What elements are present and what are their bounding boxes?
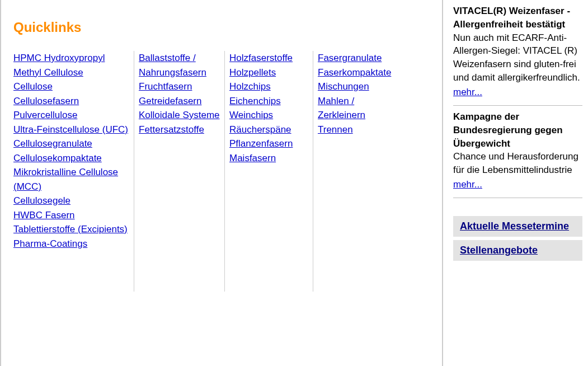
quicklink-item[interactable]: Ultra-Feinstcellulose (UFC) [13,124,128,135]
box-link-anchor[interactable]: Aktuelle Messetermine [460,220,569,232]
quicklinks-title: Quicklinks [13,20,442,35]
news-item: Kampagne der Bundesregierung gegen Überg… [453,106,582,198]
quicklink-item[interactable]: Fasergranulate [318,53,382,63]
news-body: Chance und Herausforderung für die Leben… [453,150,582,177]
quicklink-item[interactable]: Pharma-Coatings [13,238,87,249]
news-title: VITACEL(R) Weizenfaser - Allergenfreihei… [453,4,582,31]
quicklinks-col-3: HolzfaserstoffeHolzpelletsHolzchipsEiche… [225,51,313,292]
quicklink-item[interactable]: Cellulosegranulate [13,138,92,149]
quicklink-item[interactable]: Fruchtfasern [139,81,192,92]
quicklink-item[interactable]: Mahlen / Zerkleinern [318,96,365,121]
news-title: Kampagne der Bundesregierung gegen Überg… [453,110,582,150]
quicklink-item[interactable]: Fettersatzstoffe [139,124,204,135]
quicklinks-col-4: FasergranulateFaserkompaktateMischungenM… [313,51,408,292]
news-list: VITACEL(R) Weizenfaser - Allergenfreihei… [453,0,582,198]
quicklink-item[interactable]: Weinchips [229,110,273,120]
news-more-link[interactable]: mehr... [453,179,482,190]
quicklinks-columns: HPMC Hydroxypropyl Methyl CelluloseCellu… [12,51,442,292]
quicklink-item[interactable]: Maisfasern [229,153,276,163]
quicklink-item[interactable]: HWBC Fasern [13,210,75,220]
quicklink-item[interactable]: Cellulosefasern [13,96,79,106]
quicklink-item[interactable]: Eichenchips [229,96,281,106]
quicklink-item[interactable]: Pulvercellulose [13,110,77,120]
news-item: VITACEL(R) Weizenfaser - Allergenfreihei… [453,0,582,106]
quicklink-item[interactable]: Holzchips [229,81,271,92]
box-link: Stellenangebote [453,240,582,261]
quicklink-item[interactable]: Holzfaserstoffe [229,53,293,63]
quicklink-item[interactable]: Pflanzenfasern [229,138,293,149]
quicklink-item[interactable]: Tablettierstoffe (Excipients) [13,224,128,234]
box-link-anchor[interactable]: Stellenangebote [460,245,538,256]
quicklink-item[interactable]: Mikrokristalline Cellulose (MCC) [13,167,118,192]
box-link: Aktuelle Messetermine [453,216,582,237]
sidebar: VITACEL(R) Weizenfaser - Allergenfreihei… [442,0,588,366]
news-more-link[interactable]: mehr... [453,87,482,97]
quicklink-item[interactable]: Cellulose [13,81,53,92]
quicklink-item[interactable]: Faserkompaktate [318,67,391,78]
quicklink-item[interactable]: Cellulosegele [13,195,70,206]
quicklink-item[interactable]: Cellulosekompaktate [13,153,102,163]
quicklink-item[interactable]: Kolloidale Systeme [139,110,220,120]
quicklinks-col-1: HPMC Hydroxypropyl Methyl CelluloseCellu… [12,51,134,292]
main-content: Quicklinks HPMC Hydroxypropyl Methyl Cel… [0,0,442,366]
quicklink-item[interactable]: HPMC Hydroxypropyl Methyl Cellulose [13,53,105,78]
quicklink-item[interactable]: Mischungen [318,81,369,92]
quicklinks-col-2: Ballaststoffe / NahrungsfasernFruchtfase… [134,51,225,292]
news-body: Nun auch mit ECARF-Anti-Allergen-Siegel:… [453,31,582,85]
quicklink-item[interactable]: Holzpellets [229,67,276,78]
quicklink-item[interactable]: Ballaststoffe / Nahrungsfasern [139,53,206,78]
quicklink-item[interactable]: Räucherspäne [229,124,291,135]
quicklink-item[interactable]: Trennen [318,124,353,135]
quicklink-item[interactable]: Getreidefasern [139,96,201,106]
box-links: Aktuelle MessetermineStellenangebote [453,216,582,261]
